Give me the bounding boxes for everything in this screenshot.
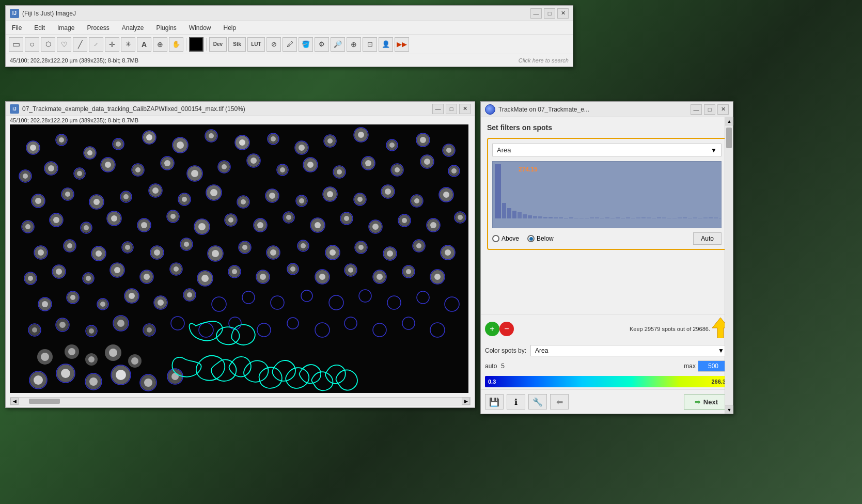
image-close-btn[interactable]: ✕ bbox=[459, 104, 471, 114]
save-button[interactable]: 💾 bbox=[485, 394, 504, 410]
maximize-button[interactable]: □ bbox=[544, 8, 555, 19]
color-picker-tool[interactable] bbox=[189, 37, 203, 52]
svg-rect-360 bbox=[512, 211, 516, 218]
svg-rect-397 bbox=[703, 217, 708, 218]
stk-tool[interactable]: Stk bbox=[228, 37, 246, 52]
svg-rect-359 bbox=[507, 208, 511, 218]
scroll-thumb[interactable] bbox=[726, 128, 732, 148]
rectangle-tool[interactable]: ▭ bbox=[9, 37, 23, 52]
wrench-button[interactable]: 🔧 bbox=[528, 394, 547, 410]
svg-rect-380 bbox=[616, 217, 620, 218]
toolbar: ▭ ○ ⬡ ♡ ╱ ⟋ ✛ ✳ A ⊕ ✋ Dev Stk LUT ⊘ 🖊 bbox=[6, 35, 573, 54]
svg-point-224 bbox=[116, 370, 126, 380]
svg-point-200 bbox=[59, 322, 66, 328]
trackmate-minimize-btn[interactable]: — bbox=[691, 104, 702, 115]
svg-point-34 bbox=[48, 165, 54, 171]
svg-point-162 bbox=[114, 267, 120, 273]
scrollbar-thumb[interactable] bbox=[29, 399, 60, 404]
svg-point-48 bbox=[250, 158, 257, 164]
segmented-line-tool[interactable]: ⟋ bbox=[89, 37, 103, 52]
svg-point-176 bbox=[319, 274, 325, 280]
search-tool[interactable]: 🔎 bbox=[331, 37, 345, 52]
radio-below-label[interactable]: Below bbox=[527, 235, 554, 242]
wand-tool[interactable]: ✳ bbox=[121, 37, 135, 52]
menu-help[interactable]: Help bbox=[222, 23, 239, 33]
trackmate-title-left: TrackMate on 07_Trackmate_e... bbox=[485, 104, 589, 115]
svg-point-20 bbox=[299, 145, 305, 151]
menu-file[interactable]: File bbox=[10, 23, 24, 33]
close-button[interactable]: ✕ bbox=[557, 8, 569, 19]
scroll-up-btn[interactable]: ▲ bbox=[725, 117, 733, 125]
scroll-down-btn[interactable]: ▼ bbox=[725, 405, 733, 414]
svg-rect-367 bbox=[548, 217, 553, 218]
next-arrow-icon: ⇒ bbox=[695, 398, 700, 406]
menu-window[interactable]: Window bbox=[187, 23, 213, 33]
point-tool[interactable]: ✛ bbox=[105, 37, 119, 52]
svg-point-40 bbox=[135, 167, 140, 172]
next-button[interactable]: ⇒ Next bbox=[684, 395, 729, 410]
svg-point-212 bbox=[88, 356, 95, 363]
svg-point-8 bbox=[116, 141, 121, 147]
svg-point-100 bbox=[111, 215, 117, 222]
svg-point-42 bbox=[164, 160, 170, 166]
filter-dropdown[interactable]: Area ▼ bbox=[492, 143, 722, 157]
dev-tool[interactable]: Dev bbox=[209, 37, 227, 52]
back-icon: ⬅ bbox=[556, 397, 563, 407]
color-wheel-tool[interactable]: ⚙ bbox=[315, 37, 329, 52]
scroll-right-btn[interactable]: ▶ bbox=[462, 398, 470, 405]
text-tool[interactable]: A bbox=[137, 37, 151, 52]
lut-tool[interactable]: LUT bbox=[247, 37, 265, 52]
menu-image[interactable]: Image bbox=[55, 23, 76, 33]
search-area[interactable]: Click here to search bbox=[519, 57, 569, 64]
line-tool[interactable]: ╱ bbox=[73, 37, 87, 52]
menu-analyze[interactable]: Analyze bbox=[120, 23, 146, 33]
radio-group: Above Below bbox=[492, 235, 554, 242]
roi-manager-tool[interactable]: 👤 bbox=[379, 37, 393, 52]
freehand-tool[interactable]: ♡ bbox=[57, 37, 71, 52]
magnifier-tool[interactable]: ⊕ bbox=[153, 37, 167, 52]
menu-process[interactable]: Process bbox=[85, 23, 111, 33]
imagej-icon: IJ bbox=[10, 9, 19, 18]
minimize-button[interactable]: — bbox=[530, 8, 542, 19]
trackmate-maximize-btn[interactable]: □ bbox=[704, 104, 715, 115]
image-minimize-btn[interactable]: — bbox=[432, 104, 444, 114]
horizontal-scrollbar[interactable]: ◀ ▶ bbox=[10, 397, 471, 405]
radio-below[interactable] bbox=[527, 235, 535, 242]
hand-tool[interactable]: ✋ bbox=[169, 37, 183, 52]
radio-above-label[interactable]: Above bbox=[492, 235, 519, 242]
image-maximize-btn[interactable]: □ bbox=[446, 104, 457, 114]
fill-tool[interactable]: 🪣 bbox=[299, 37, 313, 52]
menu-edit[interactable]: Edit bbox=[32, 23, 47, 33]
scroll-left-btn[interactable]: ◀ bbox=[10, 398, 19, 405]
paint-tool[interactable]: 🖊 bbox=[283, 37, 297, 52]
add-filter-button[interactable]: + bbox=[485, 322, 499, 336]
max-input[interactable] bbox=[698, 360, 729, 372]
crosshair-tool[interactable]: ⊕ bbox=[347, 37, 361, 52]
color-spots-dropdown[interactable]: Area ▼ bbox=[530, 345, 729, 356]
imagej-window-controls: — □ ✕ bbox=[530, 8, 569, 19]
polygon-tool[interactable]: ⬡ bbox=[41, 37, 55, 52]
back-button[interactable]: ⬅ bbox=[550, 394, 569, 410]
trackmate-close-btn[interactable]: ✕ bbox=[717, 104, 729, 115]
svg-point-208 bbox=[41, 353, 49, 361]
auto-button[interactable]: Auto bbox=[693, 232, 722, 245]
svg-point-2 bbox=[30, 145, 36, 151]
svg-point-104 bbox=[170, 214, 176, 219]
trackmate-window-controls: — □ ✕ bbox=[691, 104, 729, 115]
info-button[interactable]: ℹ bbox=[507, 394, 525, 410]
arrow-tool[interactable]: ▶▶ bbox=[395, 37, 409, 52]
probe-tool[interactable]: ⊘ bbox=[267, 37, 281, 52]
menu-plugins[interactable]: Plugins bbox=[154, 23, 178, 33]
svg-point-182 bbox=[406, 269, 411, 274]
svg-rect-385 bbox=[641, 217, 646, 218]
svg-rect-394 bbox=[688, 218, 692, 218]
overlay-tool[interactable]: ⊡ bbox=[363, 37, 377, 52]
radio-above[interactable] bbox=[492, 235, 499, 242]
color-dropdown-text: Area bbox=[535, 347, 548, 354]
remove-filter-button[interactable]: − bbox=[499, 322, 514, 336]
gradient-bar: 0.3 266.3 bbox=[485, 376, 729, 387]
trackmate-window: TrackMate on 07_Trackmate_e... — □ ✕ Set… bbox=[480, 101, 733, 414]
trackmate-content: Set filters on spots Area ▼ 274.15 bbox=[481, 117, 733, 262]
oval-tool[interactable]: ○ bbox=[25, 37, 39, 52]
scrollbar-track[interactable] bbox=[19, 398, 462, 405]
